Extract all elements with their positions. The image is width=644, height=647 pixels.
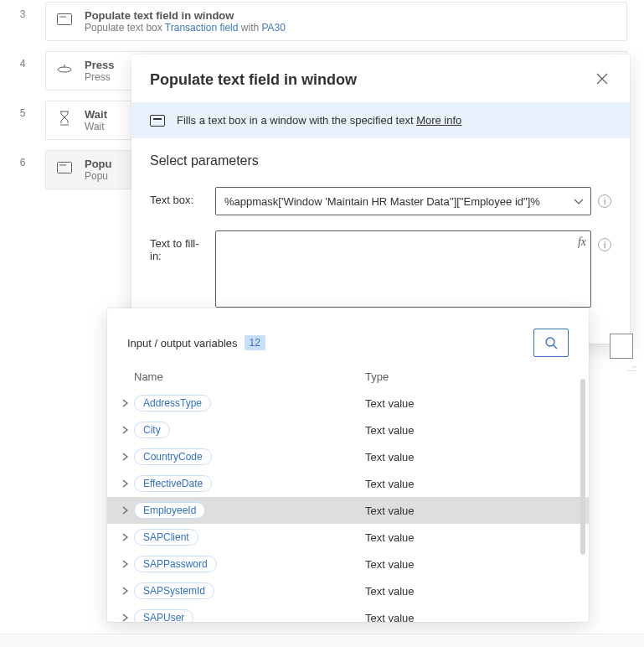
textbox-icon	[56, 11, 73, 28]
variable-row[interactable]: SAPClientText value	[107, 524, 589, 551]
chevron-right-icon[interactable]	[107, 399, 134, 407]
variable-count-badge: 12	[245, 335, 265, 350]
svg-rect-0	[58, 14, 72, 25]
step-number: 5	[0, 101, 45, 119]
flow-step[interactable]: 3 Populate text field in window Populate…	[0, 2, 627, 41]
variable-row[interactable]: SAPSystemIdText value	[107, 577, 589, 604]
fill-label: Text to fill-in:	[150, 230, 209, 262]
variable-row[interactable]: SAPPasswordText value	[107, 551, 589, 577]
variable-pill[interactable]: AddressType	[134, 395, 211, 411]
variable-type: Text value	[365, 478, 577, 490]
chevron-right-icon[interactable]	[107, 533, 134, 541]
variable-pill[interactable]: SAPClient	[134, 529, 198, 546]
search-button[interactable]	[533, 329, 569, 357]
step-title: Populate text field in window	[85, 9, 616, 22]
variable-row[interactable]: CityText value	[107, 417, 589, 443]
variable-type: Text value	[365, 424, 577, 437]
column-type: Type	[365, 370, 577, 383]
variable-pill[interactable]: SAPPassword	[134, 556, 217, 572]
action-panel: Populate text field in window Fills a te…	[131, 54, 630, 344]
variable-row[interactable]: SAPUserText value	[107, 604, 589, 622]
info-banner: Fills a text box in a window with the sp…	[131, 102, 630, 138]
svg-line-6	[554, 345, 557, 349]
variable-type: Text value	[365, 558, 577, 571]
section-title: Select parameters	[150, 153, 611, 168]
fx-button[interactable]: fx	[578, 236, 586, 249]
status-bar	[0, 634, 644, 647]
subtitle-link[interactable]: PA30	[261, 22, 285, 34]
chevron-right-icon[interactable]	[107, 479, 134, 488]
resize-handle-icon[interactable]: ..::	[627, 364, 637, 374]
textbox-icon	[150, 115, 165, 127]
text-fill-input[interactable]	[215, 230, 591, 308]
step-number: 6	[0, 150, 45, 168]
step-number: 4	[0, 51, 45, 70]
wait-icon	[56, 110, 73, 127]
variable-type: Text value	[365, 451, 577, 463]
variable-row[interactable]: EffectiveDateText value	[107, 470, 589, 497]
variable-type: Text value	[365, 585, 577, 598]
chevron-right-icon[interactable]	[107, 613, 134, 622]
variable-table-header: Name Type	[107, 370, 589, 383]
variable-picker-title: Input / output variables	[127, 337, 238, 349]
variable-row[interactable]: AddressTypeText value	[107, 390, 589, 417]
chevron-down-icon	[574, 195, 584, 208]
variable-pill[interactable]: EmployeeId	[134, 502, 205, 519]
variable-picker: Input / output variables 12 Name Type Ad…	[107, 308, 589, 622]
help-icon[interactable]: i	[598, 194, 611, 208]
chevron-right-icon[interactable]	[107, 426, 134, 434]
variable-row[interactable]: EmployeeIdText value	[107, 497, 589, 524]
textbox-select[interactable]: %appmask['Window 'Maintain HR Master Dat…	[215, 187, 591, 215]
panel-title: Populate text field in window	[150, 71, 357, 89]
column-name: Name	[107, 370, 365, 383]
help-icon[interactable]: i	[598, 238, 611, 251]
variable-type: Text value	[365, 531, 577, 544]
step-number: 3	[0, 2, 45, 20]
variable-pill[interactable]: EffectiveDate	[134, 475, 212, 492]
textbox-label: Text box:	[150, 187, 209, 206]
chevron-right-icon[interactable]	[107, 560, 134, 568]
svg-rect-3	[58, 163, 72, 173]
chevron-right-icon[interactable]	[107, 453, 134, 461]
press-icon	[56, 60, 73, 77]
svg-point-5	[546, 338, 554, 346]
variable-pill[interactable]: CountryCode	[134, 448, 212, 465]
textbox-icon	[56, 159, 73, 176]
more-info-link[interactable]: More info	[416, 114, 461, 127]
variable-type: Text value	[365, 612, 577, 623]
chevron-right-icon[interactable]	[107, 506, 134, 515]
chevron-right-icon[interactable]	[107, 587, 134, 595]
variable-type: Text value	[365, 505, 577, 517]
variable-pill[interactable]: SAPUser	[134, 609, 193, 622]
variable-pill[interactable]: SAPSystemId	[134, 582, 214, 599]
subtitle-link[interactable]: Transaction field	[165, 22, 239, 34]
scrollbar[interactable]	[580, 379, 585, 555]
variable-pill[interactable]: City	[134, 422, 170, 438]
step-subtitle: Populate text box Transaction field with…	[85, 22, 616, 34]
peek-button[interactable]	[610, 334, 633, 359]
variable-type: Text value	[365, 397, 577, 410]
variable-row[interactable]: CountryCodeText value	[107, 443, 589, 470]
close-button[interactable]	[593, 70, 611, 91]
